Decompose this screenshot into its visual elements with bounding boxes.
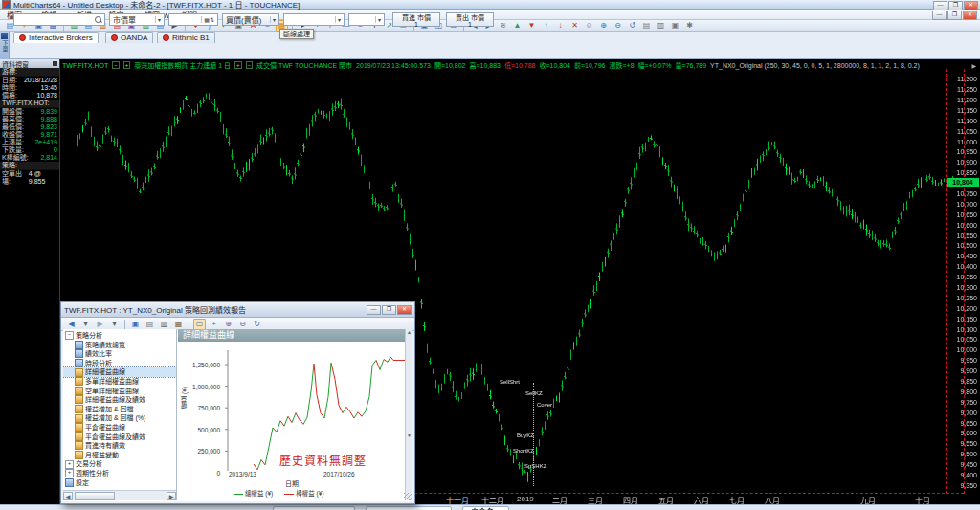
tree-item-11[interactable]: 買進持有績效 [63,441,176,451]
broker-tab-label: Interactive Brokers [29,33,93,42]
report-zoom-in-icon[interactable]: ⊕ [222,319,234,330]
price-axis-label: 10,500 [948,242,977,249]
workspace-tab-2[interactable]: 未命名-1 [462,506,509,510]
flatten-icon[interactable]: ✕ [568,20,581,32]
zoom-in-icon[interactable]: ⊕ [597,20,610,32]
scrollbar-thumb[interactable] [75,492,115,500]
expand-icon[interactable]: + [65,469,74,477]
report-page-icon [75,432,83,441]
tree-item-0[interactable]: 策略績效總覽 [63,341,176,350]
report-forward-icon[interactable]: ▶ [94,319,106,330]
tree-item-4[interactable]: 多單詳細權益曲線 [63,377,176,387]
price-mode-value: 買價(賣價) [226,14,261,25]
tree-node-1[interactable]: +週期性分析 [63,469,176,478]
tree-node-2[interactable]: 設定 [63,478,176,488]
zoom-reset-icon[interactable]: ↺ [626,20,638,32]
report-snapshot-icon[interactable]: ▦ [172,319,185,330]
account-icon[interactable]: ☺ [583,20,595,32]
options-icon[interactable]: ✱ [683,20,696,32]
resize-grip[interactable] [404,493,412,500]
report-refresh-icon[interactable]: ↻ [251,319,263,330]
tree-node-0[interactable]: +交易分析 [63,459,176,469]
report-select-icon[interactable]: ▭ [193,319,206,330]
collapse-toggle-icon[interactable]: + [234,61,242,69]
zoom-out-icon[interactable]: ⊖ [612,20,624,32]
trade-panel-side-label: 下單 [1,40,10,52]
tree-item-label: 平倉權益曲線及績效 [85,432,145,442]
tree-node-strategy-analysis[interactable]: −策略分析 [63,331,176,341]
report-back-icon[interactable]: ◀ [65,319,78,330]
mdi-restore-button[interactable]: ❐ [947,11,962,20]
sell-market-icon[interactable]: ↓ [554,20,567,32]
buy-button-line1: 買進 市價 [393,14,439,21]
report-pan-icon[interactable]: + [208,319,220,330]
tree-item-2[interactable]: 時段分析 [63,359,176,368]
scroll-to-end-icon[interactable]: ▶ [971,62,976,69]
report-back-caret-icon[interactable]: ▾ [79,319,92,330]
window-title: MultiCharts64 - Untitled Desktop - 未命名-2… [13,0,300,10]
order-type-select[interactable]: 市價單 ▾ [109,13,165,26]
expand-icon[interactable]: + [65,460,74,469]
tree-item-9[interactable]: 平倉權益曲線 [63,423,176,432]
report-dialog-titlebar[interactable]: TWF.FITX.HOT : YT_NX0_Original 策略回測績效報告 [61,302,414,318]
broker-tab-interactive-brokers[interactable]: Interactive Brokers [13,32,99,43]
tree-item-6[interactable]: 詳細權益曲線及績效 [63,395,176,405]
report-body: −策略分析策略績效總覽績效比率時段分析詳細權益曲線多單詳細權益曲線空單詳細權益曲… [63,329,412,501]
report-dialog-controls: —❐✕ [367,305,412,315]
scale-up-icon[interactable]: ▲ [511,20,523,32]
snapshot-icon[interactable]: ▣ [669,20,681,32]
broker-tab-rithmic-b1[interactable]: Rithmic B1 [157,32,215,43]
tree-item-10[interactable]: 平倉權益曲線及績效 [63,432,176,442]
preview-icon[interactable]: ▥ [655,20,667,32]
tree-horizontal-scrollbar[interactable]: ◀ ▶ [63,490,177,500]
account-select[interactable]: ▾ [283,13,345,26]
report-copy-icon[interactable]: ▤ [144,319,156,330]
print-icon[interactable]: ▤ [640,20,653,32]
tree-item-5[interactable]: 空單詳細權益曲線 [63,387,176,396]
broker-tab-oanda[interactable]: OANDA [105,32,153,43]
trade-panel-side-tab[interactable]: 下單 [0,32,10,59]
chevron-down-icon: ▾ [270,16,276,23]
report-chart-pane: 詳細權益曲線 ▲▼ 權益 (¥) 0250,000500,000750,0001… [178,329,412,500]
collapse-toggle-icon[interactable]: − [246,61,254,69]
tree-item-1[interactable]: 績效比率 [63,349,176,359]
data-window-header[interactable]: 資料視窗 [0,59,59,68]
price-axis-label: 9,700 [948,410,977,416]
collapse-toggle-icon[interactable]: + [123,61,131,69]
report-zoom-out-icon[interactable]: ⊖ [236,319,249,330]
tree-item-8[interactable]: 權益增加 & 回檔 (%) [63,413,176,423]
workspace-tab-1[interactable]: Book Depth Window [366,506,452,510]
report-restore-button[interactable]: ❐ [382,305,396,315]
scroll-left-icon[interactable]: ◀ [63,492,73,500]
report-print-icon[interactable]: ▥ [158,319,170,330]
scroll-right-icon[interactable]: ▶ [167,492,176,500]
mdi-minimize-button[interactable]: — [932,11,947,20]
app-icon [2,0,11,9]
scale-down-icon[interactable]: ▼ [525,20,538,32]
auto-scroll-icon[interactable]: ≋ [497,20,509,32]
report-vertical-scrollbar[interactable]: ▲▼ [405,329,412,500]
price-axis-label: 10,700 [948,201,977,208]
close-icon[interactable] [53,61,57,66]
report-close-button[interactable]: ✕ [397,305,412,315]
title-bar[interactable]: MultiCharts64 - Untitled Desktop - 未命名-2… [0,0,980,10]
buy-market-button[interactable]: 買進 市價 1 [392,12,440,27]
quantity-stepper[interactable]: ▦⇅ [168,13,218,26]
price-mode-button[interactable]: 買價(賣價) ▾ [222,13,279,26]
data-window-field-label: 空單出場: [2,170,29,186]
tree-item-7[interactable]: 權益增加 & 回檔 [63,405,176,414]
collapse-icon[interactable]: − [65,331,74,340]
report-minimize-button[interactable]: — [367,305,381,315]
workspace-tab-0[interactable]: Ask Depth Window [273,506,355,510]
report-forward-caret-icon[interactable]: ▾ [108,319,121,330]
tree-item-3[interactable]: 詳細權益曲線 [63,367,176,377]
mdi-close-button[interactable]: ✕ [963,11,977,20]
symbol-search-input[interactable] [13,13,105,26]
tree-item-12[interactable]: 月權益變動 [63,451,176,460]
buy-market-icon[interactable]: ↑ [540,20,552,32]
equity-x-tick-label: 2013/9/13 [229,471,256,477]
sell-market-button[interactable]: 賣出 市價 1 [446,12,494,27]
report-save-icon[interactable]: ▣ [129,319,142,330]
collapse-toggle-icon[interactable]: − [112,61,120,69]
route-select[interactable]: ▾ [348,13,385,26]
